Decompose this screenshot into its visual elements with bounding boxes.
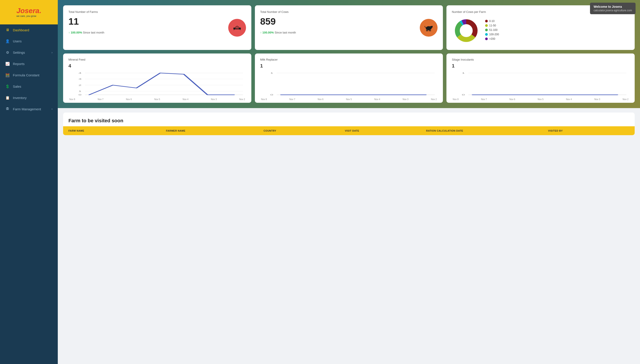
sidebar-item-sales[interactable]: 💲 Sales xyxy=(0,81,58,92)
legend-dot-11-50 xyxy=(485,24,488,27)
settings-chevron: › xyxy=(52,51,53,54)
farms-value: 11 xyxy=(68,16,246,27)
milk-replacer-x-labels: Nov 8 Nov 7 Nov 6 Nov 5 Nov 4 Nov 3 Nov … xyxy=(260,98,438,100)
legend-dot-gt-200 xyxy=(485,38,488,40)
milk-replacer-svg: 1 0 xyxy=(260,70,438,97)
svg-rect-10 xyxy=(427,30,428,31)
settings-icon: ⚙ xyxy=(5,50,10,54)
farms-stat-card: Total Number of Farms 11 xyxy=(63,5,251,50)
svg-text:0: 0 xyxy=(462,94,465,96)
donut-legend: 0-10 11-50 51-100 100-200 xyxy=(485,20,499,42)
silage-x-labels: Nov 8 Nov 7 Nov 6 Nov 5 Nov 4 Nov 3 Nov … xyxy=(452,98,629,100)
svg-text:4: 4 xyxy=(78,72,81,74)
svg-text:3: 3 xyxy=(78,78,81,80)
farm-table-header: FARM NAME FARMER NAME COUNTRY VISIT DATE… xyxy=(63,126,635,135)
donut-chart xyxy=(452,16,481,45)
logo-area: Josera. we care, you grow xyxy=(0,0,58,24)
legend-dot-100-200 xyxy=(485,33,488,36)
welcome-title: Welcome to Josera xyxy=(593,5,632,8)
dashboard-icon: 🖥 xyxy=(5,28,10,32)
silage-inoculants-chart-card: Silage Inoculants 1 1 0 Nov 8 Nov 7 Nov … xyxy=(447,54,635,103)
sidebar-item-farm-management[interactable]: 🏚 Farm Management › xyxy=(0,104,58,114)
svg-text:2: 2 xyxy=(78,84,81,86)
sidebar-item-users[interactable]: 👤 Users xyxy=(0,36,58,47)
charts-row: Mineral Feed 4 4 3 2 1 xyxy=(63,54,635,103)
svg-text:1: 1 xyxy=(78,90,81,92)
cows-stat-card: Total Number of Cows 859 xyxy=(255,5,443,50)
formula-icon: 🧮 xyxy=(5,73,10,77)
farms-icon-circle xyxy=(228,19,246,36)
donut-area: 0-10 11-50 51-100 100-200 xyxy=(452,16,629,45)
milk-replacer-chart-card: Milk Replacer 1 1 0 Nov 8 Nov 7 Nov 6 No xyxy=(255,54,443,103)
mineral-feed-title: Mineral Feed xyxy=(68,58,246,61)
logo-tagline: we care, you grow xyxy=(17,15,41,17)
farms-label: Total Number of Farms xyxy=(68,10,246,14)
th-country: COUNTRY xyxy=(264,130,345,132)
silage-svg: 1 0 xyxy=(452,70,629,97)
th-visited-by: VISITED BY xyxy=(548,130,629,132)
legend-dot-51-100 xyxy=(485,29,488,31)
th-farmer-name: FARMER NAME xyxy=(166,130,264,132)
welcome-url: calculator.josera-agriculture.com xyxy=(593,9,632,12)
svg-rect-11 xyxy=(429,30,430,31)
mineral-feed-svg: 4 3 2 1 0 xyxy=(68,70,246,97)
sidebar-label-formula: Formula Constant xyxy=(13,73,39,77)
cows-arrow: ↑ xyxy=(260,31,263,34)
users-icon: 👤 xyxy=(5,39,10,43)
mineral-feed-peak: 4 xyxy=(68,63,246,69)
th-visit-date: VISIT DATE xyxy=(345,130,426,132)
dashboard-panel: Total Number of Farms 11 xyxy=(58,0,640,108)
sidebar-label-sales: Sales xyxy=(13,84,21,88)
reports-icon: 📈 xyxy=(5,62,10,66)
silage-chart-area: 1 0 xyxy=(452,70,629,97)
sidebar-label-users: Users xyxy=(13,39,22,43)
sidebar-label-dashboard: Dashboard xyxy=(13,28,29,32)
sidebar-item-dashboard[interactable]: 🖥 Dashboard xyxy=(0,24,58,36)
mineral-feed-x-labels: Nov 8 Nov 7 Nov 6 Nov 5 Nov 4 Nov 3 Nov … xyxy=(68,98,246,100)
svg-rect-12 xyxy=(430,30,431,31)
farms-since: Since last month xyxy=(83,31,104,34)
farms-arrow: ↑ xyxy=(68,31,71,34)
milk-replacer-title: Milk Replacer xyxy=(260,58,438,61)
svg-point-14 xyxy=(432,27,433,28)
svg-rect-9 xyxy=(426,30,427,31)
farm-management-icon: 🏚 xyxy=(5,107,10,111)
cows-value: 859 xyxy=(260,16,438,27)
stats-row: Total Number of Farms 11 xyxy=(63,5,635,50)
sidebar: Josera. we care, you grow 🖥 Dashboard 👤 … xyxy=(0,0,58,364)
mineral-feed-chart-area: 4 3 2 1 0 xyxy=(68,70,246,97)
farm-section-title: Farm to be visited soon xyxy=(63,112,635,126)
cows-icon-circle xyxy=(420,19,438,36)
welcome-tooltip: Welcome to Josera calculator.josera-agri… xyxy=(590,3,635,14)
farms-footer: ↑ 100.00% Since last month xyxy=(68,31,246,34)
th-ration-date: RATION CALCULATION DATE xyxy=(426,130,548,132)
sidebar-label-farm-management: Farm Management xyxy=(13,107,41,111)
legend-0-10: 0-10 xyxy=(485,20,499,23)
svg-text:0: 0 xyxy=(78,94,81,96)
sales-icon: 💲 xyxy=(5,84,10,88)
legend-gt-200: >200 xyxy=(485,37,499,40)
svg-text:0: 0 xyxy=(270,94,273,96)
svg-text:1: 1 xyxy=(462,72,465,74)
cows-label: Total Number of Cows xyxy=(260,10,438,14)
sidebar-item-formula-constant[interactable]: 🧮 Formula Constant xyxy=(0,70,58,81)
sidebar-label-reports: Reports xyxy=(13,62,25,66)
main-content: Total Number of Farms 11 xyxy=(58,0,640,364)
sidebar-item-reports[interactable]: 📈 Reports xyxy=(0,58,58,70)
cows-since: Since last month xyxy=(275,31,296,34)
sidebar-item-inventory[interactable]: 📋 Inventory xyxy=(0,92,58,104)
cows-footer: ↑ 100.00% Since last month xyxy=(260,31,438,34)
farm-table-section: Farm to be visited soon FARM NAME FARMER… xyxy=(63,112,635,135)
legend-100-200: 100-200 xyxy=(485,33,499,36)
sidebar-item-settings[interactable]: ⚙ Settings › xyxy=(0,47,58,58)
mineral-feed-chart-card: Mineral Feed 4 4 3 2 1 xyxy=(63,54,251,103)
cows-pct: 100.00% xyxy=(263,31,274,34)
legend-dot-0-10 xyxy=(485,20,488,22)
legend-11-50: 11-50 xyxy=(485,24,499,27)
farms-svg-icon xyxy=(232,22,243,33)
svg-text:1: 1 xyxy=(270,72,273,74)
silage-peak: 1 xyxy=(452,63,629,69)
milk-replacer-chart-area: 1 0 xyxy=(260,70,438,97)
farm-management-chevron: › xyxy=(52,108,53,110)
sidebar-label-settings: Settings xyxy=(13,50,25,54)
